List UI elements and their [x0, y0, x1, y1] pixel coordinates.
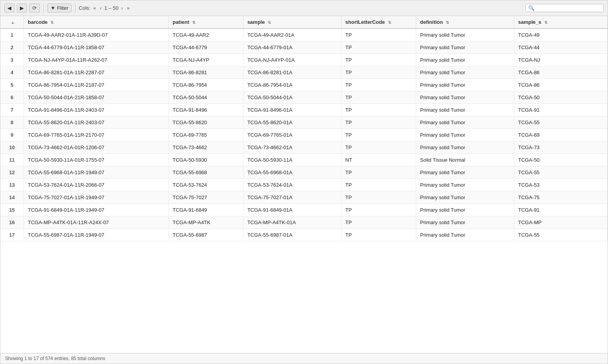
search-icon: 🔍 — [528, 5, 535, 11]
cols-range: 1 – 50 — [104, 5, 118, 11]
main-container: ◀ ▶ ⟳ ▼ Filter Cols: « ‹ 1 – 50 › » 🔍 — [0, 0, 608, 364]
cell-sample_s: TCGA-49 — [514, 29, 607, 41]
cell-sample: TCGA-MP-A4TK-01A — [243, 216, 341, 229]
search-box[interactable]: 🔍 — [526, 4, 604, 12]
cell-definition: Primary solid Tumor — [416, 229, 514, 241]
cell-idx: 8 — [0, 116, 24, 129]
cell-barcode: TCGA-75-7027-01A-11R-1949-07 — [24, 191, 168, 204]
cell-sample_s: TCGA-86 — [514, 79, 607, 91]
cell-definition: Primary solid Tumor — [416, 116, 514, 129]
col-header-slc[interactable]: shortLetterCode ⇅ — [341, 16, 416, 29]
cell-barcode: TCGA-55-6987-01A-11R-1949-07 — [24, 229, 168, 241]
refresh-button[interactable]: ⟳ — [29, 4, 40, 12]
cell-barcode: TCGA-69-7765-01A-11R-2170-07 — [24, 129, 168, 141]
cell-sample: TCGA-91-8496-01A — [243, 104, 341, 116]
table-row[interactable]: 15TCGA-91-6849-01A-11R-1949-07TCGA-91-68… — [0, 204, 608, 216]
back-button[interactable]: ◀ — [4, 4, 14, 12]
cell-shortLetterCode: TP — [341, 116, 416, 129]
table-row[interactable]: 9TCGA-69-7765-01A-11R-2170-07TCGA-69-776… — [0, 129, 608, 141]
table-row[interactable]: 17TCGA-55-6987-01A-11R-1949-07TCGA-55-69… — [0, 229, 608, 241]
cell-sample_s: TCGA-73 — [514, 141, 607, 154]
footer: Showing 1 to 17 of 574 entries, 85 total… — [0, 353, 608, 364]
table-row[interactable]: 5TCGA-86-7954-01A-11R-2187-07TCGA-86-795… — [0, 79, 608, 91]
cell-sample_s: TCGA-50 — [514, 154, 607, 166]
col-header-sample[interactable]: sample ⇅ — [243, 16, 341, 29]
cell-shortLetterCode: TP — [341, 216, 416, 229]
cell-idx: 9 — [0, 129, 24, 141]
table-row[interactable]: 3TCGA-NJ-A4YP-01A-11R-A262-07TCGA-NJ-A4Y… — [0, 54, 608, 66]
cell-sample: TCGA-50-5044-01A — [243, 91, 341, 104]
filter-icon: ▼ — [50, 5, 55, 11]
cell-shortLetterCode: TP — [341, 229, 416, 241]
col-header-patient[interactable]: patient ⇅ — [168, 16, 243, 29]
cell-barcode: TCGA-44-6779-01A-11R-1858-07 — [24, 41, 168, 54]
cell-definition: Primary solid Tumor — [416, 66, 514, 79]
col-header-barcode[interactable]: barcode ⇅ — [24, 16, 168, 29]
cell-sample: TCGA-NJ-A4YP-01A — [243, 54, 341, 66]
toolbar: ◀ ▶ ⟳ ▼ Filter Cols: « ‹ 1 – 50 › » 🔍 — [0, 0, 608, 16]
cell-barcode: TCGA-49-AAR2-01A-11R-A39D-07 — [24, 29, 168, 41]
table-body: 1TCGA-49-AAR2-01A-11R-A39D-07TCGA-49-AAR… — [0, 29, 608, 241]
search-input[interactable] — [536, 5, 601, 11]
cell-definition: Solid Tissue Normal — [416, 154, 514, 166]
cell-sample: TCGA-86-7954-01A — [243, 79, 341, 91]
cell-idx: 3 — [0, 54, 24, 66]
cell-shortLetterCode: TP — [341, 54, 416, 66]
cell-sample: TCGA-55-6987-01A — [243, 229, 341, 241]
table-row[interactable]: 4TCGA-86-8281-01A-11R-2287-07TCGA-86-828… — [0, 66, 608, 79]
cell-definition: Primary solid Tumor — [416, 41, 514, 54]
filter-button[interactable]: ▼ Filter — [47, 4, 72, 12]
cell-sample_s: TCGA-NJ — [514, 54, 607, 66]
cols-last-button[interactable]: » — [125, 5, 131, 11]
cols-next-button[interactable]: › — [120, 5, 124, 11]
col-header-definition[interactable]: definition ⇅ — [416, 16, 514, 29]
cell-shortLetterCode: TP — [341, 91, 416, 104]
cell-shortLetterCode: TP — [341, 191, 416, 204]
cell-shortLetterCode: TP — [341, 141, 416, 154]
table-row[interactable]: 10TCGA-73-4662-01A-01R-1206-07TCGA-73-46… — [0, 141, 608, 154]
cols-first-button[interactable]: « — [92, 5, 97, 11]
table-row[interactable]: 16TCGA-MP-A4TK-01A-11R-A24X-07TCGA-MP-A4… — [0, 216, 608, 229]
cell-barcode: TCGA-50-5930-11A-01R-1755-07 — [24, 154, 168, 166]
cell-patient: TCGA-NJ-A4YP — [168, 54, 243, 66]
cols-section: Cols: « ‹ 1 – 50 › » — [79, 5, 131, 11]
cell-definition: Primary solid Tumor — [416, 204, 514, 216]
table-row[interactable]: 14TCGA-75-7027-01A-11R-1949-07TCGA-75-70… — [0, 191, 608, 204]
divider-1 — [43, 4, 44, 12]
sort-icon-idx: ▲ — [11, 20, 15, 25]
cell-idx: 17 — [0, 229, 24, 241]
cell-definition: Primary solid Tumor — [416, 141, 514, 154]
cell-shortLetterCode: TP — [341, 179, 416, 191]
cell-barcode: TCGA-73-4662-01A-01R-1206-07 — [24, 141, 168, 154]
cell-patient: TCGA-55-8620 — [168, 116, 243, 129]
footer-status: Showing 1 to 17 of 574 entries, 85 total… — [5, 356, 105, 361]
col-header-sample-s[interactable]: sample_s ⇅ — [514, 16, 607, 29]
table-row[interactable]: 1TCGA-49-AAR2-01A-11R-A39D-07TCGA-49-AAR… — [0, 29, 608, 41]
cell-sample_s: TCGA-MP — [514, 216, 607, 229]
table-row[interactable]: 8TCGA-55-8620-01A-11R-2403-07TCGA-55-862… — [0, 116, 608, 129]
table-wrapper[interactable]: ▲ barcode ⇅ patient ⇅ sample ⇅ — [0, 16, 608, 353]
forward-button[interactable]: ▶ — [17, 4, 27, 12]
cell-sample_s: TCGA-91 — [514, 104, 607, 116]
cell-patient: TCGA-73-4662 — [168, 141, 243, 154]
table-row[interactable]: 13TCGA-53-7624-01A-11R-2066-07TCGA-53-76… — [0, 179, 608, 191]
cell-shortLetterCode: TP — [341, 66, 416, 79]
cell-idx: 4 — [0, 66, 24, 79]
table-row[interactable]: 2TCGA-44-6779-01A-11R-1858-07TCGA-44-677… — [0, 41, 608, 54]
cell-sample_s: TCGA-44 — [514, 41, 607, 54]
cell-definition: Primary solid Tumor — [416, 216, 514, 229]
cols-prev-button[interactable]: ‹ — [99, 5, 103, 11]
table-row[interactable]: 6TCGA-50-5044-01A-21R-1858-07TCGA-50-504… — [0, 91, 608, 104]
cell-shortLetterCode: TP — [341, 79, 416, 91]
col-header-idx[interactable]: ▲ — [0, 16, 24, 29]
cell-patient: TCGA-55-6968 — [168, 166, 243, 179]
cell-patient: TCGA-75-7027 — [168, 191, 243, 204]
cell-sample: TCGA-50-5930-11A — [243, 154, 341, 166]
table-row[interactable]: 11TCGA-50-5930-11A-01R-1755-07TCGA-50-59… — [0, 154, 608, 166]
table-row[interactable]: 7TCGA-91-8496-01A-11R-2403-07TCGA-91-849… — [0, 104, 608, 116]
table-row[interactable]: 12TCGA-55-6968-01A-11R-1949-07TCGA-55-69… — [0, 166, 608, 179]
cell-barcode: TCGA-NJ-A4YP-01A-11R-A262-07 — [24, 54, 168, 66]
cell-patient: TCGA-69-7765 — [168, 129, 243, 141]
col-label-definition: definition — [420, 19, 443, 25]
cell-definition: Primary solid Tumor — [416, 191, 514, 204]
